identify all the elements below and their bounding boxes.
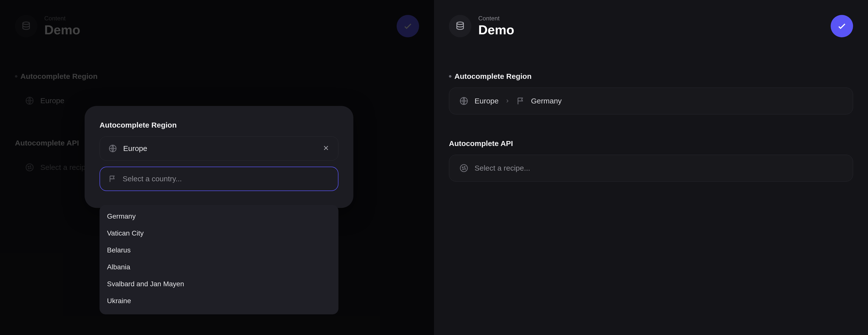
check-icon — [403, 21, 413, 31]
required-dot — [15, 75, 18, 77]
svg-point-10 — [460, 165, 468, 172]
cookie-icon — [459, 163, 469, 173]
api-section-label: Autocomplete API — [449, 139, 853, 148]
confirm-button[interactable] — [397, 15, 419, 37]
page-header: Content Demo — [449, 15, 853, 37]
header-eyebrow: Content — [44, 15, 80, 22]
page-title: Demo — [44, 22, 80, 37]
region-value: Europe — [40, 97, 64, 105]
check-icon — [837, 21, 847, 31]
country-option[interactable]: Ukraine — [99, 293, 338, 309]
chevron-right-icon — [505, 98, 510, 104]
flag-icon — [108, 174, 117, 183]
breadcrumb-continent: Europe — [474, 97, 499, 105]
country-option[interactable]: Portugal — [99, 309, 338, 314]
region-section-label: Autocomplete Region — [449, 72, 853, 80]
clear-continent-button[interactable] — [322, 144, 330, 153]
required-dot — [449, 75, 452, 77]
continent-value: Europe — [123, 144, 316, 153]
globe-icon — [459, 96, 469, 106]
database-icon — [21, 21, 31, 31]
globe-icon — [25, 96, 34, 105]
svg-point-3 — [28, 166, 29, 167]
header-eyebrow: Content — [478, 15, 514, 22]
svg-point-13 — [463, 169, 463, 170]
svg-point-14 — [465, 169, 465, 169]
recipe-placeholder: Select a recipe... — [474, 164, 530, 172]
svg-point-4 — [30, 166, 31, 167]
database-icon — [455, 21, 465, 31]
header-avatar — [449, 15, 471, 37]
country-option[interactable]: Germany — [99, 208, 338, 225]
country-option[interactable]: Belarus — [99, 242, 338, 259]
country-option[interactable]: Vatican City — [99, 225, 338, 242]
svg-point-2 — [26, 164, 33, 171]
cookie-icon — [25, 163, 34, 172]
region-popover: Autocomplete Region Europe — [85, 106, 353, 208]
svg-point-8 — [457, 22, 464, 24]
country-dropdown: Germany Vatican City Belarus Albania Sva… — [99, 205, 338, 314]
page-header: Content Demo — [15, 15, 419, 37]
breadcrumb-country: Germany — [531, 97, 562, 105]
globe-icon — [108, 144, 117, 153]
close-icon — [322, 144, 330, 152]
confirm-button[interactable] — [831, 15, 853, 37]
right-panel: Content Demo Autocomplete Region Europe — [434, 0, 868, 335]
svg-point-6 — [30, 168, 31, 169]
continent-input[interactable]: Europe — [99, 136, 338, 161]
country-option[interactable]: Albania — [99, 259, 338, 275]
svg-point-12 — [464, 167, 465, 167]
flag-icon — [516, 97, 525, 105]
svg-point-11 — [462, 167, 463, 168]
recipe-field[interactable]: Select a recipe... — [449, 155, 853, 181]
country-search-input[interactable] — [123, 175, 330, 183]
svg-point-5 — [28, 168, 29, 169]
country-option[interactable]: Svalbard and Jan Mayen — [99, 275, 338, 293]
page-title: Demo — [478, 22, 514, 37]
region-section-label: Autocomplete Region — [15, 72, 419, 80]
header-avatar — [15, 15, 37, 37]
left-panel: Content Demo Autocomplete Region — [0, 0, 434, 335]
country-input[interactable] — [99, 167, 338, 191]
svg-point-0 — [23, 22, 30, 24]
region-field[interactable]: Europe Germany — [449, 88, 853, 114]
popover-title: Autocomplete Region — [99, 121, 338, 129]
